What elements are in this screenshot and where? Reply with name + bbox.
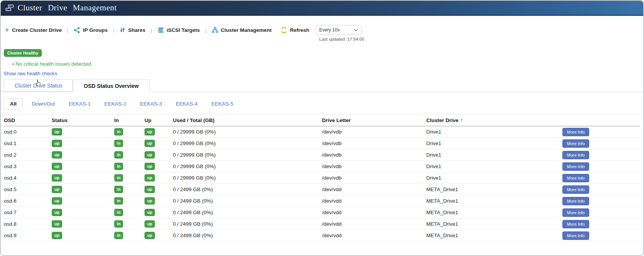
more-info-button[interactable]: More Info [562, 174, 589, 182]
more-info-button[interactable]: More Info [562, 139, 589, 148]
column-header-in[interactable]: In [114, 117, 145, 123]
subtab-all[interactable]: All [4, 98, 23, 109]
osd-cell: osd.3 [4, 164, 52, 169]
status-badge: up [52, 151, 62, 159]
more-info-button[interactable]: More Info [562, 220, 589, 228]
table-row: osd.2upinup0 / 29999 GB (0%)/dev/vdbDriv… [4, 149, 640, 161]
host-filter-tabs: All Down/Out EEKAS-1 EEKAS-2 EEKAS-3 EEK… [4, 98, 643, 109]
up-badge: up [145, 151, 155, 159]
toolbar-separator [113, 27, 114, 33]
table-row: osd.8upinup0 / 2499 GB (0%)/dev/vddMETA_… [4, 218, 640, 230]
subtab-eekas-3[interactable]: EEKAS-3 [140, 101, 162, 107]
tab-cluster-drive-status[interactable]: Cluster Drive Status [4, 79, 73, 92]
create-cluster-drive-button[interactable]: + Create Cluster Drive [5, 26, 62, 34]
title-bar: Cluster Drive Management [1, 1, 643, 16]
used-total-cell: 0 / 29999 GB (0%) [173, 140, 322, 146]
more-info-button[interactable]: More Info [562, 151, 589, 159]
cluster-management-button[interactable]: Cluster Management [212, 27, 272, 33]
refresh-button[interactable]: Refresh [280, 26, 309, 34]
toolbar: + Create Cluster Drive IP Groups [5, 25, 639, 35]
drive-letter-cell: /dev/vdd [322, 233, 426, 238]
drive-letter-cell: /dev/vdd [322, 198, 426, 204]
in-badge: in [114, 174, 123, 182]
more-info-button[interactable]: More Info [562, 185, 589, 194]
up-badge: up [145, 140, 155, 147]
table-header-row: OSD Status In Up Used / Total (GB) Drive… [4, 114, 640, 126]
up-badge: up [145, 232, 155, 239]
in-badge: in [114, 186, 123, 193]
cluster-drive-cell: Drive1 [426, 152, 562, 158]
iscsi-targets-button[interactable]: iSCSI Targets [158, 27, 200, 33]
osd-cell: osd.5 [4, 187, 52, 192]
in-badge: in [114, 140, 123, 147]
column-header-osd[interactable]: OSD [4, 117, 52, 123]
cluster-drive-cell: META_Drive1 [426, 210, 562, 215]
more-info-button[interactable]: More Info [562, 197, 589, 205]
refresh-interval-select[interactable]: Every 10s [315, 25, 361, 35]
drive-letter-cell: /dev/vdb [322, 129, 426, 135]
used-total-cell: 0 / 2499 GB (0%) [173, 233, 322, 238]
plus-icon: + [5, 26, 9, 34]
cluster-drive-cell: Drive1 [426, 140, 562, 146]
table-row: osd.9upinup0 / 2499 GB (0%)/dev/vddMETA_… [4, 230, 640, 241]
used-total-cell: 0 / 29999 GB (0%) [173, 129, 322, 135]
refresh-interval-wrap: Every 10s Last updated: 17:54:05 [315, 25, 361, 35]
column-header-drive-letter[interactable]: Drive Letter [322, 117, 426, 123]
page-title: Cluster Drive Management [18, 3, 117, 13]
health-message: No critical health issues detected. [12, 61, 643, 68]
drive-letter-cell: /dev/vdb [322, 164, 426, 169]
ip-groups-button[interactable]: IP Groups [74, 27, 107, 33]
table-row: osd.0upinup0 / 29999 GB (0%)/dev/vdbDriv… [4, 126, 640, 138]
refresh-icon [280, 26, 288, 34]
more-info-button[interactable]: More Info [562, 231, 589, 240]
cluster-health-badge: Cluster Healthy [4, 49, 42, 57]
subtab-down-out[interactable]: Down/Out [32, 101, 55, 107]
more-info-button[interactable]: More Info [562, 162, 589, 171]
layers-icon [158, 27, 164, 33]
column-header-cluster-drive[interactable]: Cluster Drive ↑ [426, 117, 562, 123]
drives-icon [5, 4, 14, 12]
table-row: osd.7upinup0 / 2499 GB (0%)/dev/vddMETA_… [4, 207, 640, 218]
in-badge: in [114, 220, 123, 228]
osd-cell: osd.7 [4, 210, 52, 215]
cluster-drive-cell: Drive1 [426, 129, 562, 135]
more-info-button[interactable]: More Info [562, 128, 589, 136]
last-updated-text: Last updated: 17:54:05 [319, 37, 365, 41]
cluster-drive-cell: META_Drive1 [426, 233, 562, 238]
subtab-eekas-2[interactable]: EEKAS-2 [104, 101, 126, 107]
osd-cell: osd.1 [4, 140, 52, 146]
up-badge: up [145, 128, 155, 135]
status-badge: up [52, 186, 62, 193]
shares-button[interactable]: Shares [120, 27, 145, 33]
in-badge: in [114, 151, 123, 159]
subtab-eekas-5[interactable]: EEKAS-5 [211, 101, 233, 107]
column-header-up[interactable]: Up [145, 117, 173, 123]
drive-letter-cell: /dev/vdb [322, 152, 426, 158]
used-total-cell: 0 / 29999 GB (0%) [173, 164, 322, 169]
osd-cell: osd.4 [4, 175, 52, 181]
subtab-eekas-1[interactable]: EEKAS-1 [69, 101, 90, 107]
status-badge: up [52, 128, 62, 135]
subtab-eekas-4[interactable]: EEKAS-4 [176, 101, 197, 107]
chevron-down-icon [354, 29, 358, 31]
cluster-drive-cell: META_Drive1 [426, 187, 562, 192]
toolbar-separator [151, 27, 152, 33]
tab-osd-status-overview[interactable]: OSD Status Overview [73, 79, 149, 92]
in-badge: in [114, 232, 123, 239]
toolbar-separator [67, 27, 68, 33]
more-info-button[interactable]: More Info [562, 208, 589, 217]
status-badge: up [52, 197, 62, 205]
osd-cell: osd.9 [4, 233, 52, 238]
show-raw-health-checks-link[interactable]: Show raw health checks [3, 71, 57, 77]
toolbar-separator [205, 27, 206, 33]
table-row: osd.5upinup0 / 2499 GB (0%)/dev/vddMETA_… [4, 184, 640, 195]
used-total-cell: 0 / 2499 GB (0%) [173, 210, 322, 215]
column-header-status[interactable]: Status [52, 117, 114, 123]
sitemap-icon [212, 27, 218, 33]
used-total-cell: 0 / 29999 GB (0%) [173, 175, 322, 181]
drive-letter-cell: /dev/vdb [322, 140, 426, 146]
status-badge: up [52, 232, 62, 239]
cluster-drive-cell: Drive1 [426, 164, 562, 169]
main-tabs: Cluster Drive Status OSD Status Overview [1, 79, 643, 92]
column-header-used-total[interactable]: Used / Total (GB) [173, 117, 322, 123]
